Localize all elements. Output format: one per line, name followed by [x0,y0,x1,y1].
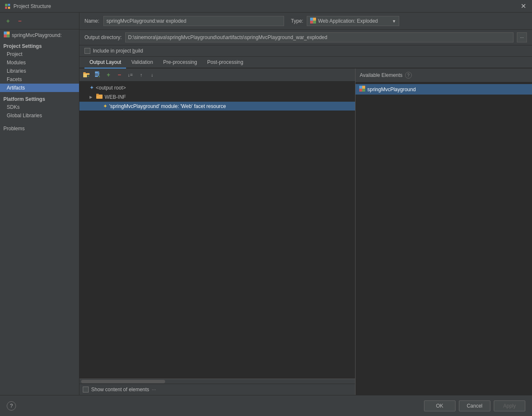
horizontal-scrollbar[interactable] [79,379,355,384]
svg-rect-8 [310,18,313,21]
svg-rect-9 [313,18,316,21]
sidebar-item-sdks[interactable]: SDKs [0,103,79,111]
type-dropdown-arrow: ▼ [392,19,396,24]
move-down-button[interactable]: ↓ [147,70,157,79]
left-panel: + + + [79,68,356,395]
name-type-row: Name: Type: Web Application: Exploded ▼ [79,13,532,30]
ok-button[interactable]: OK [424,400,456,411]
main-layout: + − springMvcPlayground: Project Setting… [0,13,532,395]
tree-item-web-facet[interactable]: ✦ 'springMvcPlayground' module: 'Web' fa… [79,102,355,111]
tree-item-web-inf[interactable]: ▶ WEB-INF [79,92,355,102]
available-elements-header: Available Elements ? [356,68,532,82]
sort-button[interactable]: ↓= [126,70,135,79]
remove-artifact-button[interactable]: − [15,16,24,26]
right-panel: Available Elements ? spr [356,68,532,395]
include-build-checkbox[interactable] [84,48,90,54]
output-dir-label: Output directory: [84,34,122,40]
svg-rect-0 [5,4,8,6]
output-dir-row: Output directory: ··· [79,30,532,45]
show-content-settings-btn[interactable]: ··· [152,387,156,392]
type-select[interactable]: Web Application: Exploded ▼ [307,16,399,26]
tabs-row: Output Layout Validation Pre-processing … [79,57,532,68]
window-icon [4,3,11,10]
web-facet-label: 'springMvcPlayground' module: 'Web' face… [109,103,226,109]
type-select-text: Web Application: Exploded [318,18,390,24]
name-input[interactable] [103,16,284,26]
svg-rect-26 [362,86,365,89]
available-elements-tree: springMvcPlayground [356,82,532,395]
add-artifact-button[interactable]: + [3,16,13,26]
output-layout-tree: ✦ <output root> ▶ WEB-INF [79,82,355,379]
show-content-label: Show content of elements [91,387,149,392]
type-select-icon [310,17,316,25]
help-button[interactable]: ? [7,401,16,411]
sidebar: + − springMvcPlayground: Project Setting… [0,13,79,395]
available-item-label: springMvcPlayground [367,87,416,92]
available-item-icon [359,85,366,93]
svg-rect-3 [8,7,10,9]
apply-button[interactable]: Apply [494,400,525,411]
name-label: Name: [84,18,99,24]
create-file-button[interactable]: + [93,70,102,79]
sidebar-toolbar: + − [0,13,79,29]
output-root-icon: ✦ [90,84,94,91]
platform-settings-label: Platform Settings [0,94,79,103]
tree-arrow-web-inf: ▶ [90,95,95,99]
available-elements-label: Available Elements [360,72,403,78]
sidebar-item-facets[interactable]: Facets [0,75,79,84]
artifact-label: springMvcPlayground: [12,32,62,38]
include-build-label: Include in project build [93,48,143,54]
web-inf-label: WEB-INF [105,94,126,100]
sidebar-item-libraries[interactable]: Libraries [0,67,79,75]
svg-rect-27 [359,89,362,92]
create-folder-button[interactable]: + [82,70,91,79]
sidebar-item-global-libraries[interactable]: Global Libraries [0,111,79,120]
svg-text:+: + [98,75,100,78]
artifact-icon [3,31,10,39]
left-panel-toolbar: + + + [79,68,355,82]
sidebar-item-artifacts[interactable]: Artifacts [0,84,79,92]
tab-output-layout[interactable]: Output Layout [84,57,126,68]
title-bar: Project Structure ✕ [0,0,532,13]
output-dir-browse-button[interactable]: ··· [517,32,527,42]
sidebar-item-project[interactable]: Project [0,50,79,58]
add-button[interactable]: + [104,70,113,79]
show-content-checkbox[interactable] [83,387,89,392]
svg-rect-19 [95,74,99,75]
bottom-bar: ? OK Cancel Apply [0,395,532,416]
type-label: Type: [291,18,303,24]
close-button[interactable]: ✕ [519,1,528,11]
output-dir-input[interactable] [125,32,514,42]
svg-rect-7 [7,34,10,37]
svg-rect-10 [310,21,313,24]
svg-rect-20 [95,75,98,76]
sidebar-item-problems[interactable]: Problems [0,123,79,132]
window-title: Project Structure [13,3,519,9]
help-icon[interactable]: ? [405,72,412,79]
remove-button[interactable]: − [115,70,124,79]
svg-rect-5 [7,32,10,34]
tab-validation[interactable]: Validation [126,57,158,68]
tree-item-output-root[interactable]: ✦ <output root> [79,83,355,92]
sidebar-item-modules[interactable]: Modules [0,58,79,67]
cancel-button[interactable]: Cancel [459,400,490,411]
scroll-thumb[interactable] [81,380,165,383]
svg-rect-11 [313,21,316,24]
svg-rect-6 [4,34,7,37]
project-settings-label: Project Settings [0,41,79,50]
web-facet-icon: ✦ [103,103,108,109]
content-area: Name: Type: Web Application: Exploded ▼ … [79,13,532,395]
svg-rect-24 [96,94,99,95]
web-inf-icon [96,93,103,100]
action-buttons: OK Cancel Apply [424,400,525,411]
tab-post-processing[interactable]: Post-processing [202,57,248,68]
svg-rect-4 [4,32,7,34]
content-panels: + + + [79,68,532,395]
tab-pre-processing[interactable]: Pre-processing [158,57,202,68]
svg-rect-2 [5,7,7,9]
artifact-item[interactable]: springMvcPlayground: [0,29,79,41]
svg-rect-28 [362,89,365,92]
svg-text:+: + [87,74,90,78]
move-up-button[interactable]: ↑ [137,70,146,79]
available-item-springmvcplayground[interactable]: springMvcPlayground [356,84,532,95]
